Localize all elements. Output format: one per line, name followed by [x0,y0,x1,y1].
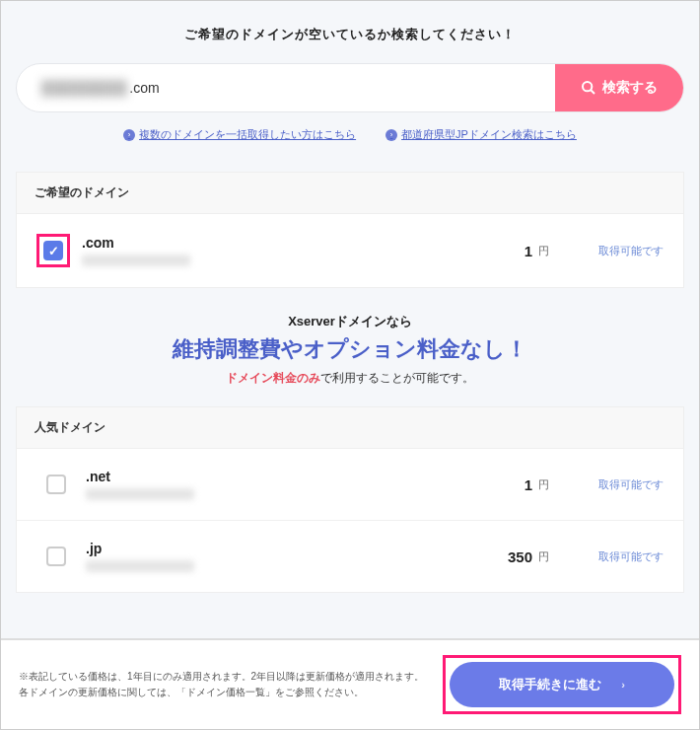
search-prompt: ご希望のドメインが空いているか検索してください！ [16,26,684,43]
domain-price: 1 [525,243,532,259]
popular-header: 人気ドメイン [17,407,683,449]
prefecture-link[interactable]: › 都道府県型JPドメイン検索はこちら [385,127,577,142]
domain-checkbox[interactable] [46,474,66,494]
domain-name-blurred [86,488,194,500]
domain-currency: 円 [538,477,549,492]
domain-status: 取得可能です [598,549,664,564]
desired-header: ご希望のドメイン [17,173,683,214]
search-blurred-prefix: ████████ [41,80,127,96]
domain-extension: .net [86,469,525,484]
proceed-highlight: 取得手続きに進む › [443,655,681,714]
chevron-right-icon: › [621,679,625,691]
domain-price: 350 [508,548,532,565]
domain-extension: .jp [86,541,508,556]
domain-info: .com [82,235,525,266]
search-button-label: 検索する [602,79,658,97]
search-input[interactable]: ████████ .com [17,64,555,111]
domain-currency: 円 [538,244,549,258]
promo-line2: 維持調整費やオプション料金なし！ [16,334,684,364]
domain-currency: 円 [538,549,549,564]
price-disclaimer: ※表記している価格は、1年目にのみ適用されます。2年目以降は更新価格が適用されま… [19,669,424,700]
domain-checkbox-highlight [36,234,70,267]
domain-status: 取得可能です [598,477,664,492]
bulk-link[interactable]: › 複数のドメインを一括取得したい方はこちら [123,127,356,142]
proceed-button-label: 取得手続きに進む [499,676,601,694]
search-button[interactable]: 検索する [555,64,683,111]
bulk-link-label: 複数のドメインを一括取得したい方はこちら [139,127,356,142]
domain-extension: .com [82,235,525,251]
domain-name-blurred [86,560,194,572]
promo-line1: Xserverドメインなら [16,313,684,330]
promo-line3: ドメイン料金のみで利用することが可能です。 [16,370,684,387]
domain-name-blurred [82,255,190,266]
domain-checkbox[interactable] [46,547,66,566]
domain-info: .jp [86,541,508,572]
chevron-right-icon: › [385,129,397,141]
search-suffix: .com [129,80,159,96]
domain-status: 取得可能です [598,244,664,258]
prefecture-link-label: 都道府県型JPドメイン検索はこちら [401,127,577,142]
domain-info: .net [86,469,525,500]
chevron-right-icon: › [123,129,135,141]
svg-line-1 [591,90,595,94]
svg-point-0 [583,82,592,91]
domain-checkbox[interactable] [43,241,63,260]
proceed-button[interactable]: 取得手続きに進む › [450,662,674,707]
search-icon [581,80,596,96]
domain-price: 1 [525,476,532,493]
